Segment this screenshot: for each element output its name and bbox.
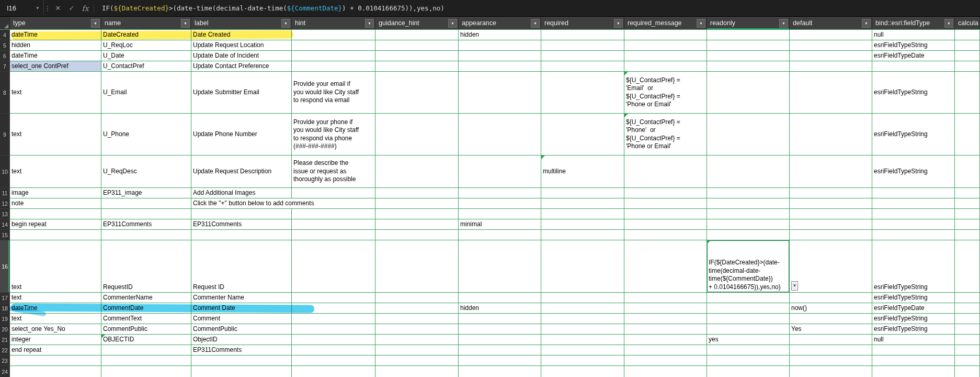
cell-default-row5[interactable] bbox=[790, 40, 872, 51]
cell-bind-esri-fieldtype-row19[interactable]: esriFieldTypeString bbox=[872, 314, 955, 324]
row-header-7[interactable]: 7 bbox=[0, 61, 10, 72]
cell-required-row22[interactable] bbox=[541, 345, 624, 356]
cell-required-row23[interactable] bbox=[541, 356, 624, 366]
cell-type-row6[interactable]: dateTime bbox=[10, 51, 101, 61]
cell-name-box[interactable]: I16 ▼ bbox=[0, 0, 44, 16]
cell-type-row8[interactable]: text bbox=[10, 72, 101, 114]
cell-type-row7[interactable]: select_one ContPref bbox=[10, 61, 101, 72]
cell-hint-row13[interactable] bbox=[292, 209, 375, 219]
cell-name-row24[interactable] bbox=[101, 366, 191, 377]
filter-icon[interactable]: ▼ bbox=[181, 19, 190, 28]
cell-type-row4[interactable]: dateTime bbox=[10, 30, 101, 40]
cell-hint-row9[interactable]: Provide your phone if you would like Cit… bbox=[292, 114, 375, 156]
cell-guidance-hint-row13[interactable] bbox=[375, 209, 459, 219]
cell-label-row13[interactable] bbox=[191, 209, 292, 219]
cell-type-row20[interactable]: select_one Yes_No bbox=[10, 324, 101, 335]
filter-icon[interactable]: ▼ bbox=[779, 19, 788, 28]
cell-guidance-hint-row23[interactable] bbox=[375, 356, 459, 366]
cell-appearance-row4[interactable]: hidden bbox=[459, 30, 541, 40]
cell-required-row17[interactable] bbox=[541, 293, 624, 303]
cell-hint-row5[interactable] bbox=[292, 40, 375, 51]
cell-required-row9[interactable] bbox=[541, 114, 624, 156]
cell-readonly-row10[interactable] bbox=[707, 156, 790, 188]
select-all-corner[interactable] bbox=[0, 17, 10, 29]
cell-hint-row17[interactable] bbox=[292, 293, 375, 303]
cell-required-message-row18[interactable] bbox=[624, 303, 707, 314]
cell-calcula-row16[interactable] bbox=[955, 240, 980, 293]
filter-icon[interactable]: ▼ bbox=[365, 19, 374, 28]
cell-required-row15[interactable] bbox=[541, 230, 624, 240]
cell-bind-esri-fieldtype-row15[interactable] bbox=[872, 230, 955, 240]
cell-required-row13[interactable] bbox=[541, 209, 624, 219]
cell-required-message-row24[interactable] bbox=[624, 366, 707, 377]
cell-appearance-row7[interactable] bbox=[459, 61, 541, 72]
cell-default-row14[interactable] bbox=[790, 219, 872, 230]
cell-guidance-hint-row8[interactable] bbox=[375, 72, 459, 114]
cell-default-row16[interactable] bbox=[790, 240, 872, 293]
cell-name-row9[interactable]: U_Phone bbox=[101, 114, 191, 156]
cell-guidance-hint-row22[interactable] bbox=[375, 345, 459, 356]
cell-bind-esri-fieldtype-row18[interactable]: esriFieldTypeDate bbox=[872, 303, 955, 314]
cell-readonly-row12[interactable] bbox=[707, 198, 790, 209]
column-header-type[interactable]: type▼ bbox=[10, 17, 101, 29]
cell-default-row9[interactable] bbox=[790, 114, 872, 156]
column-header-label[interactable]: label▼ bbox=[191, 17, 292, 29]
cell-guidance-hint-row12[interactable] bbox=[375, 198, 459, 209]
cell-label-row9[interactable]: Update Phone Number bbox=[191, 114, 292, 156]
cell-label-row5[interactable]: Update Request Location bbox=[191, 40, 292, 51]
cell-required-row16[interactable] bbox=[541, 240, 624, 293]
filter-icon[interactable]: ▼ bbox=[448, 19, 457, 28]
row-header-17[interactable]: 17 bbox=[0, 293, 10, 303]
cell-name-row17[interactable]: CommenterName bbox=[101, 293, 191, 303]
cell-default-row19[interactable] bbox=[790, 314, 872, 324]
cancel-icon[interactable]: ✕ bbox=[51, 0, 65, 16]
cell-appearance-row17[interactable] bbox=[459, 293, 541, 303]
cell-name-row8[interactable]: U_Email bbox=[101, 72, 191, 114]
cell-name-row19[interactable]: CommentText bbox=[101, 314, 191, 324]
cell-calcula-row23[interactable] bbox=[955, 356, 980, 366]
cell-bind-esri-fieldtype-row12[interactable] bbox=[872, 198, 955, 209]
cell-readonly-row5[interactable] bbox=[707, 40, 790, 51]
cell-calcula-row10[interactable] bbox=[955, 156, 980, 188]
cell-calcula-row19[interactable] bbox=[955, 314, 980, 324]
cell-bind-esri-fieldtype-row6[interactable]: esriFieldTypeDate bbox=[872, 51, 955, 61]
cell-bind-esri-fieldtype-row7[interactable] bbox=[872, 61, 955, 72]
row-header-20[interactable]: 20 bbox=[0, 324, 10, 335]
cell-hint-row16[interactable] bbox=[292, 240, 375, 293]
cell-hint-row22[interactable] bbox=[292, 345, 375, 356]
formula-input[interactable]: IF(${DateCreated}>(date-time(decimal-dat… bbox=[96, 4, 445, 12]
cell-readonly-row7[interactable] bbox=[707, 61, 790, 72]
cell-calcula-row20[interactable] bbox=[955, 324, 980, 335]
cell-guidance-hint-row11[interactable] bbox=[375, 188, 459, 198]
cell-readonly-row21[interactable]: yes bbox=[707, 335, 790, 345]
cell-appearance-row10[interactable] bbox=[459, 156, 541, 188]
cell-appearance-row16[interactable] bbox=[459, 240, 541, 293]
cell-required-message-row14[interactable] bbox=[624, 219, 707, 230]
cell-bind-esri-fieldtype-row8[interactable]: esriFieldTypeString bbox=[872, 72, 955, 114]
cell-guidance-hint-row18[interactable] bbox=[375, 303, 459, 314]
cell-default-row18[interactable]: now() bbox=[790, 303, 872, 314]
cell-guidance-hint-row20[interactable] bbox=[375, 324, 459, 335]
cell-guidance-hint-row14[interactable] bbox=[375, 219, 459, 230]
cell-name-row10[interactable]: U_ReqDesc bbox=[101, 156, 191, 188]
cell-hint-row20[interactable] bbox=[292, 324, 375, 335]
cell-calcula-row11[interactable] bbox=[955, 188, 980, 198]
cell-readonly-row8[interactable] bbox=[707, 72, 790, 114]
row-header-15[interactable]: 15 bbox=[0, 230, 10, 240]
cell-required-row5[interactable] bbox=[541, 40, 624, 51]
cell-readonly-row20[interactable] bbox=[707, 324, 790, 335]
column-header-guidance-hint[interactable]: guidance_hint▼ bbox=[375, 17, 459, 29]
cell-type-row13[interactable] bbox=[10, 209, 101, 219]
row-header-21[interactable]: 21 bbox=[0, 335, 10, 345]
cell-required-row18[interactable] bbox=[541, 303, 624, 314]
filter-icon[interactable]: ▼ bbox=[614, 19, 623, 28]
cell-calcula-row9[interactable] bbox=[955, 114, 980, 156]
cell-guidance-hint-row7[interactable] bbox=[375, 61, 459, 72]
cell-bind-esri-fieldtype-row22[interactable] bbox=[872, 345, 955, 356]
cell-default-row21[interactable] bbox=[790, 335, 872, 345]
cell-appearance-row24[interactable] bbox=[459, 366, 541, 377]
cell-required-message-row22[interactable] bbox=[624, 345, 707, 356]
cell-name-row21[interactable]: OBJECTID bbox=[101, 335, 191, 345]
row-header-6[interactable]: 6 bbox=[0, 51, 10, 61]
cell-hint-row10[interactable]: Please describe the issue or request as … bbox=[292, 156, 375, 188]
